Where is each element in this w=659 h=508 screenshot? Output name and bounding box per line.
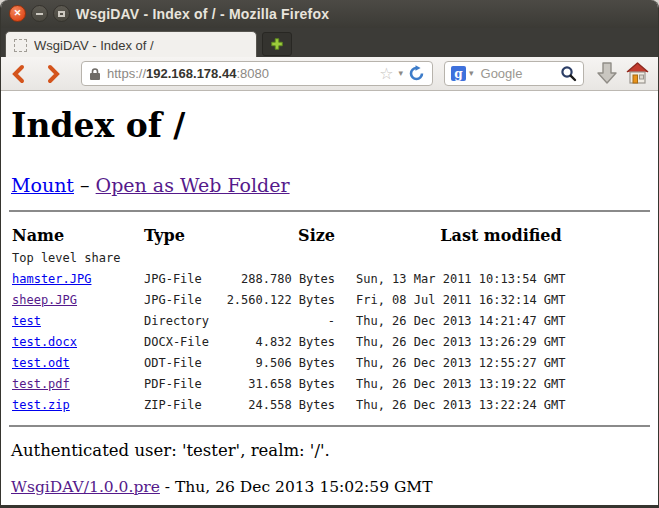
table-row: test.docx DOCX-File 4.832 Bytes Thu, 26 … (1, 335, 658, 356)
url-scheme: https:// (107, 66, 146, 81)
chevron-left-icon (9, 64, 29, 84)
file-link[interactable]: sheep.JPG (12, 293, 77, 307)
firefox-window: ✕ WsgiDAV - Index of / - Mozilla Firefox… (0, 0, 659, 508)
file-type: Directory (144, 314, 209, 328)
forward-button[interactable] (43, 64, 63, 84)
tab-label: WsgiDAV - Index of / (34, 38, 154, 53)
download-arrow-icon (596, 62, 618, 85)
url-dropdown-icon[interactable]: ▾ (398, 69, 403, 78)
window-maximize-button[interactable] (53, 5, 70, 22)
close-icon: ✕ (14, 9, 22, 18)
reload-icon[interactable] (408, 65, 425, 82)
window-minimize-button[interactable] (31, 5, 48, 22)
bookmark-star-icon[interactable]: ☆ (379, 66, 393, 82)
column-header-type: Type (144, 226, 185, 245)
open-as-web-folder-link[interactable]: Open as Web Folder (96, 174, 290, 196)
column-header-last-modified: Last modified (356, 226, 646, 245)
file-modified: Fri, 08 Jul 2011 16:32:14 GMT (356, 293, 646, 307)
url-bar[interactable]: https://192.168.178.44:8080 ☆ ▾ (81, 61, 433, 86)
home-icon (625, 62, 650, 84)
search-box[interactable]: g ▾ Google (444, 61, 584, 86)
file-size: - (211, 314, 335, 328)
file-type: DOCX-File (144, 335, 209, 349)
file-modified: Thu, 26 Dec 2013 13:26:29 GMT (356, 335, 646, 349)
file-rows: hamster.JPG JPG-File 288.780 Bytes Sun, … (1, 272, 658, 419)
file-type: PDF-File (144, 377, 202, 391)
file-size: 4.832 Bytes (211, 335, 335, 349)
page-content: Index of / Mount – Open as Web Folder Na… (1, 91, 658, 505)
file-size: 9.506 Bytes (211, 356, 335, 370)
file-link[interactable]: test (12, 314, 41, 328)
window-titlebar[interactable]: ✕ WsgiDAV - Index of / - Mozilla Firefox (1, 0, 658, 28)
window-close-button[interactable]: ✕ (9, 5, 26, 22)
server-footer: WsgiDAV/1.0.0.pre - Thu, 26 Dec 2013 15:… (11, 478, 433, 496)
file-type: ZIP-File (144, 398, 202, 412)
window-title: WsgiDAV - Index of / - Mozilla Firefox (76, 6, 329, 22)
tab-wsgidav[interactable]: WsgiDAV - Index of / (5, 31, 257, 58)
file-modified: Thu, 26 Dec 2013 13:22:24 GMT (356, 398, 646, 412)
table-row: sheep.JPG JPG-File 2.560.122 Bytes Fri, … (1, 293, 658, 314)
search-engine-dropdown-icon[interactable]: ▾ (469, 69, 474, 78)
file-modified: Sun, 13 Mar 2011 10:13:54 GMT (356, 272, 646, 286)
page-favicon-icon (14, 39, 27, 52)
file-modified: Thu, 26 Dec 2013 14:21:47 GMT (356, 314, 646, 328)
google-favicon-icon[interactable]: g (451, 66, 466, 81)
page-title: Index of / (11, 108, 185, 144)
file-link[interactable]: test.zip (12, 398, 70, 412)
action-links: Mount – Open as Web Folder (11, 174, 290, 196)
home-button[interactable] (625, 62, 650, 88)
auth-status-line: Authenticated user: 'tester', realm: '/'… (11, 441, 330, 460)
file-size: 31.658 Bytes (211, 377, 335, 391)
chevron-right-icon (43, 64, 63, 84)
url-host: 192.168.178.44 (146, 66, 236, 81)
table-header-row: Name Type Size Last modified (1, 226, 658, 247)
link-separator: – (74, 174, 96, 196)
file-link[interactable]: test.docx (12, 335, 77, 349)
divider-bottom (9, 425, 650, 427)
new-tab-button[interactable] (262, 32, 292, 56)
magnifier-icon[interactable] (560, 65, 577, 82)
wsgidav-version-link[interactable]: WsgiDAV/1.0.0.pre (11, 478, 160, 496)
footer-timestamp: - Thu, 26 Dec 2013 15:02:59 GMT (160, 478, 433, 496)
search-input[interactable]: Google (481, 66, 523, 81)
downloads-button[interactable] (596, 62, 618, 89)
file-size: 288.780 Bytes (211, 272, 335, 286)
table-row: test Directory - Thu, 26 Dec 2013 14:21:… (1, 314, 658, 335)
file-size: 24.558 Bytes (211, 398, 335, 412)
file-type: JPG-File (144, 272, 202, 286)
table-row: test.pdf PDF-File 31.658 Bytes Thu, 26 D… (1, 377, 658, 398)
file-link[interactable]: hamster.JPG (12, 272, 91, 286)
table-row: hamster.JPG JPG-File 288.780 Bytes Sun, … (1, 272, 658, 293)
file-link[interactable]: test.pdf (12, 377, 70, 391)
maximize-icon (58, 11, 65, 17)
file-type: ODT-File (144, 356, 202, 370)
navigation-toolbar: https://192.168.178.44:8080 ☆ ▾ g ▾ Goog… (1, 57, 658, 91)
tab-bar: WsgiDAV - Index of / (1, 28, 658, 57)
back-button[interactable] (9, 64, 29, 84)
table-row: test.odt ODT-File 9.506 Bytes Thu, 26 De… (1, 356, 658, 377)
mount-link[interactable]: Mount (11, 174, 74, 196)
minimize-icon (36, 13, 43, 15)
file-modified: Thu, 26 Dec 2013 13:19:22 GMT (356, 377, 646, 391)
divider-top (9, 210, 650, 212)
plus-icon (270, 37, 284, 51)
url-port: :8080 (236, 66, 269, 81)
file-modified: Thu, 26 Dec 2013 12:55:27 GMT (356, 356, 646, 370)
column-header-name: Name (12, 226, 64, 245)
lock-icon[interactable] (89, 67, 101, 81)
file-link[interactable]: test.odt (12, 356, 70, 370)
table-row: test.zip ZIP-File 24.558 Bytes Thu, 26 D… (1, 398, 658, 419)
share-caption: Top level share (12, 251, 120, 265)
file-size: 2.560.122 Bytes (211, 293, 335, 307)
file-type: JPG-File (144, 293, 202, 307)
column-header-size: Size (211, 226, 335, 245)
